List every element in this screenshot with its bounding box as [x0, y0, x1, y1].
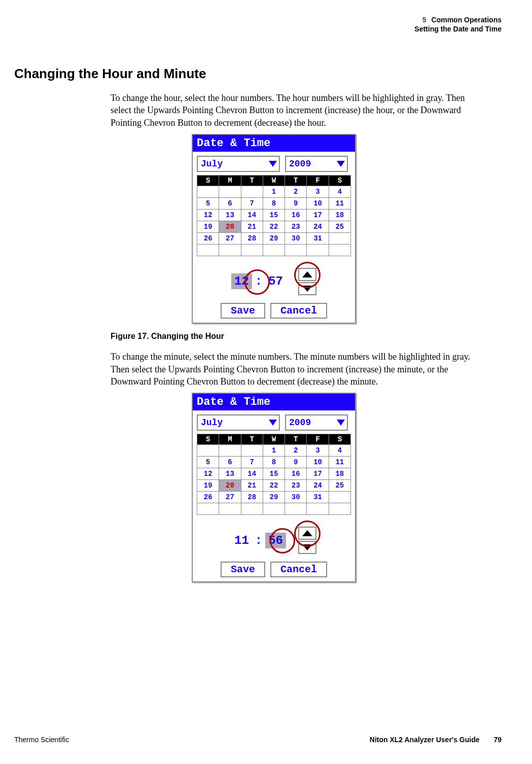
- year-dropdown[interactable]: 2009: [285, 414, 348, 431]
- month-dropdown[interactable]: July: [197, 156, 280, 172]
- calendar-day[interactable]: 12: [197, 209, 219, 221]
- calendar-day[interactable]: 10: [307, 457, 329, 468]
- chevron-down-icon: [337, 420, 345, 426]
- calendar-day[interactable]: 8: [263, 457, 285, 468]
- calendar-day[interactable]: 14: [241, 468, 263, 480]
- calendar-day[interactable]: 7: [241, 457, 263, 468]
- minute-field[interactable]: 56: [265, 533, 286, 548]
- calendar-day[interactable]: 18: [329, 468, 350, 480]
- calendar-day[interactable]: 24: [307, 480, 329, 492]
- calendar-day[interactable]: 6: [219, 197, 241, 209]
- increment-button[interactable]: [298, 268, 316, 281]
- month-value: July: [201, 418, 223, 428]
- calendar-day[interactable]: 28: [241, 232, 263, 244]
- calendar-day[interactable]: 26: [197, 492, 219, 503]
- calendar-day[interactable]: 27: [219, 492, 241, 503]
- calendar-day[interactable]: 25: [329, 221, 350, 232]
- calendar-day[interactable]: 5: [197, 197, 219, 209]
- calendar-day[interactable]: 3: [307, 445, 329, 457]
- calendar-day[interactable]: 1: [263, 186, 285, 197]
- calendar-day[interactable]: 7: [241, 197, 263, 209]
- hour-field[interactable]: 12: [231, 273, 252, 289]
- footer-left: Thermo Scientific: [14, 736, 69, 744]
- calendar-day[interactable]: 28: [241, 492, 263, 503]
- calendar-day[interactable]: 15: [263, 209, 285, 221]
- calendar-day[interactable]: 9: [285, 457, 307, 468]
- calendar-day: [329, 232, 350, 244]
- calendar-day[interactable]: 22: [263, 221, 285, 232]
- calendar-day[interactable]: 18: [329, 209, 350, 221]
- calendar-day[interactable]: 5: [197, 457, 219, 468]
- calendar-day[interactable]: 2: [285, 186, 307, 197]
- calendar-day[interactable]: 11: [329, 197, 350, 209]
- calendar-day[interactable]: 21: [241, 480, 263, 492]
- calendar-day[interactable]: 20: [219, 480, 241, 492]
- calendar-day[interactable]: 23: [285, 480, 307, 492]
- calendar-day[interactable]: 20: [219, 221, 241, 232]
- calendar-day[interactable]: 17: [307, 209, 329, 221]
- calendar-day: [329, 244, 350, 256]
- calendar-day[interactable]: 6: [219, 457, 241, 468]
- calendar-day[interactable]: 27: [219, 232, 241, 244]
- chapter-subtitle: Setting the Date and Time: [414, 24, 502, 33]
- save-button[interactable]: Save: [221, 562, 265, 577]
- calendar-day[interactable]: 11: [329, 457, 350, 468]
- calendar-day[interactable]: 16: [285, 209, 307, 221]
- paragraph-2: To change the minute, select the minute …: [111, 351, 476, 388]
- increment-button[interactable]: [298, 527, 316, 540]
- calendar-day[interactable]: 9: [285, 197, 307, 209]
- month-dropdown[interactable]: July: [197, 414, 280, 431]
- decrement-button[interactable]: [298, 541, 316, 554]
- window-title: Date & Time: [193, 394, 355, 410]
- calendar-day: [241, 186, 263, 197]
- page-header: 5 Common Operations Setting the Date and…: [414, 15, 502, 33]
- calendar-day[interactable]: 30: [285, 232, 307, 244]
- calendar-day[interactable]: 31: [307, 232, 329, 244]
- calendar-day[interactable]: 4: [329, 186, 350, 197]
- chevron-up-icon: [302, 271, 312, 277]
- footer-doc-title: Niton XL2 Analyzer User's Guide: [370, 736, 480, 744]
- calendar-day[interactable]: 17: [307, 468, 329, 480]
- calendar-day: [329, 492, 350, 503]
- calendar-day[interactable]: 1: [263, 445, 285, 457]
- calendar-day[interactable]: 15: [263, 468, 285, 480]
- calendar-day[interactable]: 31: [307, 492, 329, 503]
- window-title: Date & Time: [193, 135, 355, 152]
- calendar-day[interactable]: 24: [307, 221, 329, 232]
- hour-field[interactable]: 11: [231, 533, 252, 548]
- chevron-down-icon: [269, 420, 277, 426]
- weekday-header: W: [263, 175, 285, 186]
- calendar-day[interactable]: 22: [263, 480, 285, 492]
- calendar-day[interactable]: 21: [241, 221, 263, 232]
- cancel-button[interactable]: Cancel: [270, 562, 327, 577]
- calendar-day[interactable]: 10: [307, 197, 329, 209]
- calendar-day[interactable]: 13: [219, 209, 241, 221]
- calendar-day[interactable]: 8: [263, 197, 285, 209]
- save-button[interactable]: Save: [221, 303, 265, 319]
- calendar-day[interactable]: 16: [285, 468, 307, 480]
- calendar-day[interactable]: 13: [219, 468, 241, 480]
- calendar-day[interactable]: 4: [329, 445, 350, 457]
- calendar-day[interactable]: 19: [197, 480, 219, 492]
- calendar-day[interactable]: 12: [197, 468, 219, 480]
- calendar-day[interactable]: 29: [263, 492, 285, 503]
- calendar-day[interactable]: 3: [307, 186, 329, 197]
- chapter-number: 5: [422, 16, 427, 24]
- decrement-button[interactable]: [298, 282, 316, 295]
- minute-field[interactable]: 57: [265, 273, 286, 289]
- calendar-day[interactable]: 30: [285, 492, 307, 503]
- calendar-day[interactable]: 2: [285, 445, 307, 457]
- year-dropdown[interactable]: 2009: [285, 156, 348, 172]
- calendar-day[interactable]: 26: [197, 232, 219, 244]
- calendar-day[interactable]: 14: [241, 209, 263, 221]
- calendar-day[interactable]: 25: [329, 480, 350, 492]
- calendar-day[interactable]: 19: [197, 221, 219, 232]
- calendar-day: [285, 503, 307, 515]
- calendar-day[interactable]: 29: [263, 232, 285, 244]
- calendar-day: [285, 244, 307, 256]
- calendar-day[interactable]: 23: [285, 221, 307, 232]
- cancel-button[interactable]: Cancel: [270, 303, 327, 319]
- chevron-down-icon: [337, 161, 345, 167]
- chapter-title: Common Operations: [432, 16, 502, 24]
- calendar-day: [307, 244, 329, 256]
